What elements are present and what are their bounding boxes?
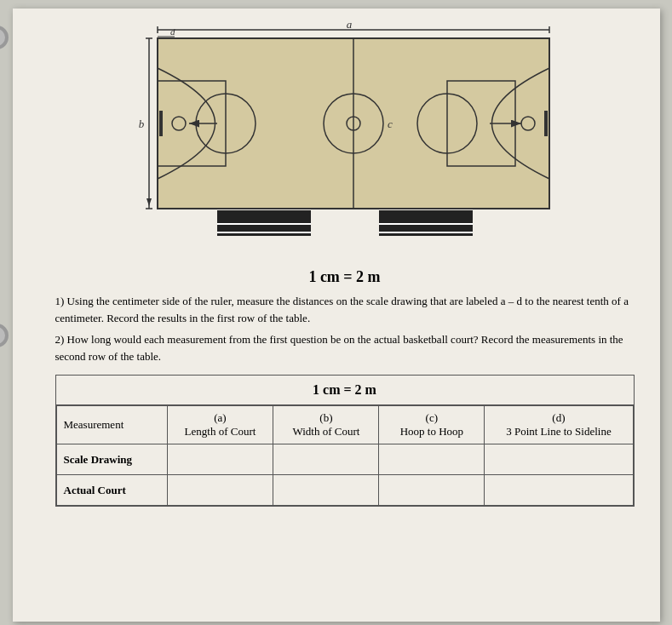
svg-rect-9 xyxy=(159,111,163,136)
col-c-name: Hoop to Hoop xyxy=(386,425,477,439)
instructions: 1) Using the centimeter side of the rule… xyxy=(55,293,635,364)
col-c-header: (c) Hoop to Hoop xyxy=(379,406,485,444)
binder-ring-top xyxy=(0,26,9,49)
binder-ring-bottom xyxy=(0,324,9,347)
actual-court-label: Actual Court xyxy=(56,475,167,506)
svg-text:b: b xyxy=(138,118,144,130)
scale-drawing-label: Scale Drawing xyxy=(56,444,167,475)
measurement-label: Measurement xyxy=(64,418,124,431)
measurement-table: 1 cm = 2 m Measurement (a) Length of Cou… xyxy=(55,375,635,507)
actual-court-d[interactable] xyxy=(485,475,633,506)
table-title: 1 cm = 2 m xyxy=(56,376,634,405)
actual-court-c[interactable] xyxy=(379,475,485,506)
court-svg: a b d c xyxy=(106,21,583,251)
svg-text:d: d xyxy=(170,26,175,37)
scale-drawing-c[interactable] xyxy=(379,444,485,475)
col-d-name: 3 Point Line to Sideline xyxy=(491,425,625,439)
col-a-letter: (a) xyxy=(175,411,267,425)
svg-text:a: a xyxy=(346,21,352,31)
col-c-letter: (c) xyxy=(386,411,477,425)
instruction-1: 1) Using the centimeter side of the rule… xyxy=(55,293,635,326)
col-a-header: (a) Length of Court xyxy=(167,406,273,444)
actual-court-row: Actual Court xyxy=(56,475,633,506)
measurement-header-label: Measurement xyxy=(56,406,167,444)
actual-court-a[interactable] xyxy=(167,475,273,506)
diagram-scale-label: 1 cm = 2 m xyxy=(55,268,635,286)
col-a-name: Length of Court xyxy=(175,425,267,439)
col-d-header: (d) 3 Point Line to Sideline xyxy=(485,406,633,444)
col-b-letter: (b) xyxy=(280,411,371,425)
scale-drawing-a[interactable] xyxy=(167,444,273,475)
data-table: Measurement (a) Length of Court (b) Widt… xyxy=(56,405,634,506)
table-header-row: Measurement (a) Length of Court (b) Widt… xyxy=(56,406,633,444)
actual-court-b[interactable] xyxy=(273,475,379,506)
svg-rect-16 xyxy=(544,111,548,136)
scale-drawing-b[interactable] xyxy=(273,444,379,475)
svg-text:c: c xyxy=(388,118,393,130)
scale-drawing-row: Scale Drawing xyxy=(56,444,633,475)
col-b-name: Width of Court xyxy=(280,425,371,439)
col-d-letter: (d) xyxy=(491,411,625,425)
svg-marker-25 xyxy=(146,198,152,206)
instruction-2: 2) How long would each measurement from … xyxy=(55,331,635,364)
col-b-header: (b) Width of Court xyxy=(273,406,379,444)
scale-text: 1 cm = 2 m xyxy=(308,268,380,285)
scale-drawing-d[interactable] xyxy=(485,444,633,475)
court-diagram: a b d c xyxy=(55,21,635,260)
page: a b d c xyxy=(13,9,660,622)
